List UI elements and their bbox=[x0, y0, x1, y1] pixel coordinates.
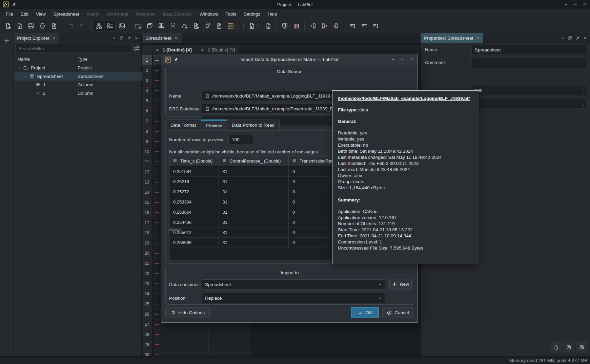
preview-column-header-1[interactable]: Time_s {Double} bbox=[169, 155, 219, 166]
close-panel-icon[interactable] bbox=[583, 36, 587, 40]
close-icon[interactable] bbox=[52, 36, 56, 40]
export-button[interactable] bbox=[263, 21, 273, 31]
dock-menu-caret-icon[interactable] bbox=[112, 36, 116, 40]
row-header-14[interactable]: 14 bbox=[142, 187, 152, 197]
sheet-corner-cell[interactable] bbox=[142, 45, 152, 55]
dialog-tab-data-format[interactable]: Data Format bbox=[165, 120, 201, 130]
row-header-4[interactable]: 4 bbox=[142, 86, 152, 96]
new-note-button[interactable] bbox=[190, 21, 201, 31]
print-button[interactable] bbox=[37, 21, 48, 31]
open-project-button[interactable] bbox=[14, 21, 25, 31]
new-project-button[interactable] bbox=[2, 21, 13, 31]
chevron-down-icon[interactable] bbox=[235, 24, 238, 28]
tab-properties-spreadsheet[interactable]: Properties: Spreadsheet bbox=[421, 33, 483, 43]
save-template-button[interactable] bbox=[563, 341, 574, 353]
ok-button[interactable]: OK bbox=[351, 307, 379, 318]
row-header-6[interactable]: 6 bbox=[142, 106, 152, 116]
hide-options-button[interactable]: Hide Options bbox=[165, 307, 210, 318]
shade-icon[interactable] bbox=[391, 57, 395, 62]
sheet-column-header-1[interactable]: 1 {Double} [X] bbox=[152, 45, 198, 55]
tree-item-1[interactable]: 1Column bbox=[14, 81, 142, 89]
color-maps-button[interactable] bbox=[202, 21, 213, 31]
close-icon[interactable] bbox=[583, 2, 587, 7]
search-input[interactable] bbox=[15, 44, 131, 53]
row-header-27[interactable]: 27 bbox=[142, 319, 152, 329]
row-header-3[interactable]: 3 bbox=[142, 76, 152, 86]
preview-cell[interactable]: 31 bbox=[219, 207, 289, 217]
rows-spinbox[interactable]: 100 bbox=[471, 86, 588, 95]
dialog-tab-data-portion-to-read[interactable]: Data Portion to Read bbox=[227, 120, 280, 130]
preview-cell[interactable]: 0.25272 bbox=[169, 187, 219, 197]
row-header-29[interactable]: 29 bbox=[142, 340, 152, 350]
row-header-21[interactable]: 21 bbox=[142, 258, 152, 269]
preview-cell[interactable]: 0.253864 bbox=[169, 207, 219, 217]
preview-cell[interactable]: 0.251584 bbox=[169, 167, 219, 176]
close-icon[interactable] bbox=[174, 36, 178, 40]
preview-cell[interactable]: 31 bbox=[219, 217, 289, 227]
menu-spreadsheet[interactable]: Spreadsheet bbox=[49, 10, 83, 18]
redo-button[interactable] bbox=[77, 21, 87, 31]
preview-cell[interactable]: 31 bbox=[219, 228, 289, 237]
row-header-2[interactable]: 2 bbox=[142, 65, 152, 76]
cancel-button[interactable]: Cancel bbox=[382, 307, 413, 318]
new-container-button[interactable]: New bbox=[389, 279, 412, 290]
row-header-7[interactable]: 7 bbox=[142, 116, 152, 126]
row-header-13[interactable]: 13 bbox=[142, 177, 152, 187]
horizontal-scrollbar-thumb[interactable] bbox=[168, 229, 181, 231]
tree-item-2[interactable]: 2Column bbox=[14, 89, 142, 98]
close-icon[interactable] bbox=[476, 36, 480, 40]
add-dock-icon[interactable] bbox=[4, 38, 10, 44]
minimize-icon[interactable] bbox=[564, 2, 568, 7]
row-header-28[interactable]: 28 bbox=[142, 329, 152, 340]
row-header-15[interactable]: 15 bbox=[142, 197, 152, 208]
toggle-project-explorer-button[interactable] bbox=[93, 21, 104, 31]
close-icon[interactable] bbox=[410, 57, 414, 62]
data-container-combobox[interactable]: Spreadsheet bbox=[202, 279, 385, 290]
menu-file[interactable]: File bbox=[2, 10, 17, 18]
row-header-5[interactable]: 5 bbox=[142, 96, 152, 106]
pin-panel-icon[interactable] bbox=[575, 36, 580, 40]
save-project-button[interactable] bbox=[25, 21, 36, 31]
menu-view[interactable]: View bbox=[32, 10, 49, 18]
menu-edit[interactable]: Edit bbox=[17, 10, 32, 18]
preview-column-header-2[interactable]: ControlPurpose_ {Double} bbox=[219, 155, 289, 166]
spinner-arrows-icon[interactable] bbox=[247, 137, 251, 143]
preview-cell[interactable]: 31 bbox=[219, 238, 289, 248]
add-rows-button[interactable] bbox=[279, 21, 290, 31]
insert-column-left-button[interactable] bbox=[307, 21, 318, 31]
row-header-25[interactable]: 25 bbox=[142, 299, 152, 309]
expander-icon[interactable] bbox=[24, 74, 28, 79]
row-header-30[interactable]: 30 bbox=[142, 350, 152, 356]
preview-cell[interactable]: 31 bbox=[219, 167, 289, 176]
new-spreadsheet-button[interactable] bbox=[156, 21, 167, 31]
presenter-mode-button[interactable] bbox=[116, 21, 127, 31]
dock-menu-caret-icon[interactable] bbox=[561, 36, 565, 40]
new-folder-button[interactable] bbox=[133, 21, 144, 31]
maximize-icon[interactable] bbox=[400, 57, 405, 62]
spinner-arrows-icon[interactable] bbox=[582, 88, 585, 93]
row-header-20[interactable]: 20 bbox=[142, 248, 152, 258]
row-header-10[interactable]: 10 bbox=[142, 147, 152, 157]
menu-tools[interactable]: Tools bbox=[222, 10, 240, 18]
remove-column-button[interactable] bbox=[330, 21, 341, 31]
row-header-8[interactable]: 8 bbox=[142, 126, 152, 136]
sheet-column-header-2[interactable]: 2 {Double} [Y] bbox=[198, 45, 239, 55]
column-header-name[interactable]: Name bbox=[14, 55, 76, 63]
clear-spreadsheet-button[interactable] bbox=[291, 21, 302, 31]
load-template-button[interactable] bbox=[550, 341, 562, 353]
expander-icon[interactable] bbox=[18, 66, 22, 70]
preview-cell[interactable]: 31 bbox=[219, 197, 289, 207]
toggle-properties-explorer-button[interactable] bbox=[105, 21, 116, 31]
row-header-24[interactable]: 24 bbox=[142, 289, 152, 299]
preview-cell[interactable]: 0.255596 bbox=[169, 238, 219, 248]
new-matrix-button[interactable] bbox=[167, 21, 178, 31]
insert-column-right-button[interactable] bbox=[319, 21, 330, 31]
name-field[interactable] bbox=[471, 45, 588, 55]
sort-descending-button[interactable] bbox=[370, 21, 381, 31]
columns-spinbox[interactable] bbox=[471, 99, 588, 108]
close-panel-icon[interactable] bbox=[134, 36, 139, 40]
preview-cell[interactable]: 0.253304 bbox=[169, 197, 219, 207]
row-header-17[interactable]: 17 bbox=[142, 218, 152, 228]
float-panel-icon[interactable] bbox=[119, 36, 124, 40]
maximize-icon[interactable] bbox=[573, 2, 578, 7]
